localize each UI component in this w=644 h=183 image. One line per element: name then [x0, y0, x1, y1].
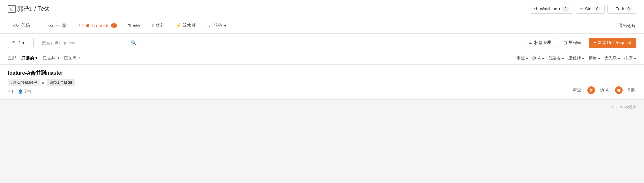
tab-stats[interactable]: ⎍ 统计 [147, 18, 170, 33]
filter-right: 审查 ▾ 测试 ▾ 创建者 ▾ 里程碑 ▾ 标签 ▾ 优先级 ▾ 排序 ▾ [516, 55, 636, 61]
pr-content: feature-A合并到master 郭晔1:feature-A ▶ 郭晔1:m… [8, 70, 573, 94]
filter-review-dropdown[interactable]: 审查 ▾ [516, 55, 528, 61]
repo-name: Test [38, 5, 49, 12]
filter-label-dropdown[interactable]: 标签 ▾ [588, 55, 600, 61]
pr-title[interactable]: feature-A合并到master [8, 70, 573, 77]
filter-merged-label: 已合并 [43, 56, 55, 60]
repo-separator: / [34, 5, 36, 12]
pr-test-info: 测试： 郭 [600, 86, 623, 94]
filter-left: 全部 开启的 1 已合并 0 已关闭 0 [8, 55, 80, 61]
nav-tabs: </> 代码 ☐ Issues 0 ⑂ Pull Requests 1 ⊞ Wi… [8, 18, 232, 33]
filter-priority-label: 优先级 [604, 55, 617, 61]
commits-icon: ⑂ [8, 89, 10, 94]
pipeline-icon: ⚡ [175, 23, 181, 28]
footer-copyright: CSDN ©大理寺 [612, 105, 636, 110]
labels-label: 标签管理 [534, 40, 551, 46]
filter-all[interactable]: 全部 [8, 55, 16, 61]
watching-dropdown-icon: ▾ [559, 6, 561, 11]
top-bar: ◫ 郭晔1 / Test 👁 Watching ▾ 2 ☆ Star 0 ⑂ F… [0, 0, 644, 18]
search-icon: 🔍 [131, 40, 137, 46]
top-actions: 👁 Watching ▾ 2 ☆ Star 0 ⑂ Fork 0 [530, 5, 636, 14]
table-row: feature-A合并到master 郭晔1:feature-A ▶ 郭晔1:m… [0, 65, 644, 100]
watching-count: 2 [562, 6, 569, 12]
tab-stats-label: 统计 [156, 23, 165, 28]
pr-list: feature-A合并到master 郭晔1:feature-A ▶ 郭晔1:m… [0, 65, 644, 100]
tab-code[interactable]: </> 代码 [8, 18, 35, 33]
repo-owner: 郭晔1 [17, 5, 32, 13]
filter-priority-dropdown[interactable]: 优先级 ▾ [604, 55, 620, 61]
tab-pipeline-label: 流水线 [183, 23, 196, 28]
tab-wiki[interactable]: ⊞ Wiki [122, 18, 146, 33]
tab-services[interactable]: ⌥ 服务 ▾ [201, 18, 232, 33]
filter-sort-label: 排序 [624, 55, 633, 61]
filter-label: 全部 [12, 40, 20, 46]
branch-arrow-icon: ▶ [42, 81, 45, 85]
star-button[interactable]: ☆ Star 0 [576, 5, 605, 14]
pr-icon: ⑂ [77, 23, 80, 28]
pr-time: 刚刚 [628, 87, 636, 93]
eye-icon: 👁 [534, 6, 538, 11]
milestone-label: 里程碑 [569, 40, 581, 46]
pr-badge: 1 [111, 23, 117, 28]
filter-priority-chevron: ▾ [618, 56, 620, 61]
nav-bar: </> 代码 ☐ Issues 0 ⑂ Pull Requests 1 ⊞ Wi… [0, 18, 644, 34]
tab-issues[interactable]: ☐ Issues 0 [35, 18, 72, 33]
tab-pipeline[interactable]: ⚡ 流水线 [170, 18, 201, 33]
toolbar-right: 🏷 标签管理 ⊟ 里程碑 + 新建 Pull Request [524, 38, 636, 48]
stats-icon: ⎍ [152, 23, 154, 28]
services-dropdown-icon: ▾ [224, 23, 226, 28]
filter-closed[interactable]: 已关闭 0 [64, 55, 80, 61]
issues-icon: ☐ [40, 23, 45, 28]
issues-badge: 0 [61, 23, 67, 28]
milestone-button[interactable]: ⊟ 里程碑 [559, 38, 586, 48]
filter-bar: 全部 开启的 1 已合并 0 已关闭 0 审查 ▾ 测试 ▾ 创建者 ▾ 里程碑… [0, 52, 644, 65]
tab-pr-label: Pull Requests [82, 23, 109, 28]
filter-sort-chevron: ▾ [634, 56, 636, 61]
source-branch-tag: 郭晔1:feature-A [8, 79, 40, 86]
fork-button[interactable]: ⑂ Fork 0 [607, 5, 636, 14]
filter-chevron-icon: ▾ [22, 40, 25, 45]
filter-creator-dropdown[interactable]: 创建者 ▾ [548, 55, 564, 61]
filter-closed-count: 0 [78, 56, 80, 60]
new-pr-button[interactable]: + 新建 Pull Request [589, 38, 636, 48]
filter-sort-dropdown[interactable]: 排序 ▾ [624, 55, 636, 61]
wiki-icon: ⊞ [127, 23, 131, 28]
watching-label: Watching [540, 6, 557, 11]
filter-merged-count: 0 [56, 56, 59, 60]
filter-creator-chevron: ▾ [562, 56, 564, 61]
labels-button[interactable]: 🏷 标签管理 [524, 38, 556, 48]
filter-merged[interactable]: 已合并 0 [43, 55, 59, 61]
star-icon: ☆ [580, 6, 584, 11]
filter-label-label: 标签 [588, 55, 597, 61]
toolbar: 全部 ▾ 🔍 🏷 标签管理 ⊟ 里程碑 + 新建 Pull Request [0, 34, 644, 52]
tab-issues-label: Issues [46, 23, 59, 28]
filter-creator-label: 创建者 [548, 55, 561, 61]
filter-open[interactable]: 开启的 1 [21, 55, 38, 61]
filter-test-chevron: ▾ [542, 56, 544, 61]
filter-test-dropdown[interactable]: 测试 ▾ [532, 55, 544, 61]
star-label: Star [585, 6, 593, 11]
filter-open-label: 开启的 [21, 56, 34, 60]
tab-services-label: 服务 [213, 23, 222, 28]
new-pr-label: + 新建 Pull Request [594, 40, 631, 46]
pr-meta: ⑂ 1 👤 郭晔 [8, 89, 573, 94]
exit-repo-button[interactable]: 退出仓库 [618, 23, 636, 29]
tab-pull-requests[interactable]: ⑂ Pull Requests 1 [72, 18, 122, 33]
test-avatar: 郭 [615, 86, 623, 94]
filter-milestone-chevron: ▾ [582, 56, 584, 61]
filter-milestone-dropdown[interactable]: 里程碑 ▾ [568, 55, 584, 61]
filter-open-count: 1 [35, 56, 38, 60]
fork-count: 0 [625, 6, 632, 12]
pr-right: 审查： 郭 测试： 郭 刚刚 [573, 86, 636, 94]
target-branch-tag: 郭晔1:master [47, 79, 75, 86]
filter-review-chevron: ▾ [526, 56, 528, 61]
search-input[interactable] [42, 40, 131, 45]
star-count: 0 [594, 6, 601, 12]
filter-label-chevron: ▾ [598, 56, 600, 61]
fork-label: Fork [616, 6, 624, 11]
filter-dropdown[interactable]: 全部 ▾ [8, 38, 34, 48]
repo-icon: ◫ [8, 5, 16, 13]
test-label: 测试： [600, 87, 613, 93]
services-icon: ⌥ [207, 23, 212, 28]
watching-button[interactable]: 👁 Watching ▾ 2 [530, 5, 573, 14]
